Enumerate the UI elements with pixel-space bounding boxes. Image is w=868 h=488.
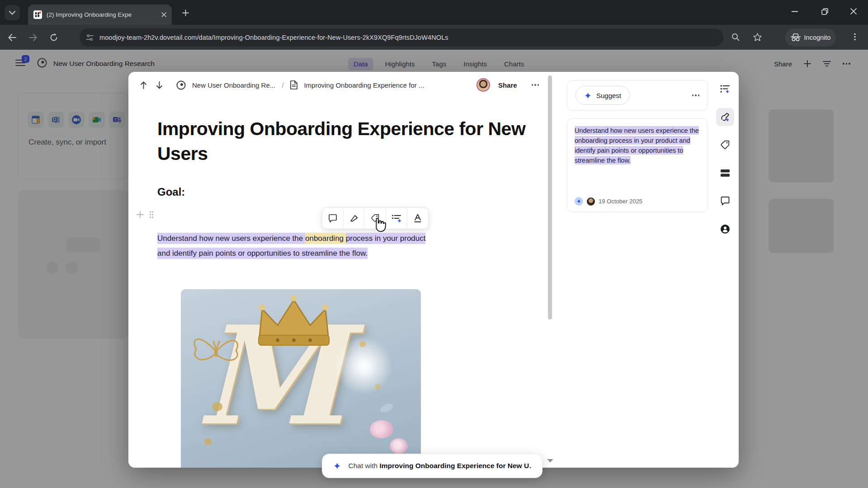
dovetail-favicon-icon	[33, 10, 42, 19]
apply-fields-button[interactable]	[386, 208, 407, 229]
new-tab-button[interactable]	[179, 6, 192, 19]
back-button[interactable]	[4, 29, 21, 46]
highlight-pen-button[interactable]	[716, 108, 734, 126]
chevron-down-icon	[9, 11, 15, 15]
document-image[interactable]: M	[181, 289, 421, 468]
paragraph-purple-highlight: Understand how new users experience the	[157, 233, 305, 244]
magnifier-icon	[731, 33, 740, 41]
close-window-button[interactable]	[839, 0, 868, 23]
suggest-button[interactable]: Suggest	[576, 86, 630, 105]
reload-button[interactable]	[45, 29, 62, 46]
plus-icon	[182, 9, 189, 16]
paragraph-yellow-highlight: onboarding	[305, 233, 346, 244]
goal-paragraph[interactable]: Understand how new users experience the …	[157, 231, 433, 261]
sparkle-icon	[333, 462, 341, 470]
incognito-badge: Incognito	[785, 28, 836, 47]
summary-button[interactable]	[716, 80, 734, 98]
incognito-icon	[791, 33, 801, 42]
breadcrumb-document[interactable]: Improving Onboarding Experience for ...	[304, 81, 424, 89]
fields-icon	[720, 169, 730, 177]
tab-search-button[interactable]	[5, 5, 20, 20]
leaf-graphic	[379, 402, 394, 414]
close-icon	[850, 8, 857, 14]
person-icon	[720, 224, 730, 234]
highlight-note-text: Understand how new users experience the …	[575, 125, 700, 165]
breadcrumb-project[interactable]: New User Onboarding Re...	[192, 81, 275, 89]
comment-icon	[328, 214, 337, 223]
project-icon[interactable]	[176, 80, 186, 90]
modal-icon-rail	[715, 80, 735, 238]
goal-heading[interactable]: Goal:	[157, 186, 185, 198]
note-date: 19 October 2025	[599, 198, 642, 205]
text-style-icon	[414, 214, 422, 223]
hand-cursor-icon	[371, 214, 387, 232]
highlighter-icon	[349, 214, 359, 223]
gold-speck	[375, 384, 381, 389]
suggest-label: Suggest	[596, 92, 621, 99]
comments-button[interactable]	[716, 192, 734, 210]
summary-sparkle-icon	[720, 84, 730, 94]
flower-graphic	[390, 438, 408, 454]
note-footer: 19 October 2025	[575, 197, 642, 206]
tags-button[interactable]	[716, 136, 734, 154]
browser-toolbar: moodjoy-team-2h2v.dovetail.com/data/Impr…	[0, 25, 868, 50]
scroll-down-chevron-icon[interactable]	[547, 459, 554, 463]
chat-label: Chat with Improving Onboarding Experienc…	[349, 462, 531, 470]
star-icon	[753, 33, 762, 41]
suggest-menu-button[interactable]	[692, 94, 700, 96]
url-bar[interactable]: moodjoy-team-2h2v.dovetail.com/data/Impr…	[80, 28, 723, 47]
breadcrumb-separator: /	[282, 81, 283, 89]
restore-button[interactable]	[810, 0, 839, 23]
forward-icon	[29, 34, 37, 41]
modal-share-button[interactable]: Share	[498, 81, 517, 89]
drag-handle-icon[interactable]	[149, 211, 154, 218]
flower-graphic	[370, 420, 393, 438]
gold-speck	[359, 341, 366, 347]
next-doc-arrow-icon[interactable]	[156, 81, 163, 89]
url-text: moodjoy-team-2h2v.dovetail.com/data/Impr…	[99, 34, 448, 41]
author-avatar	[587, 197, 595, 206]
text-style-button[interactable]	[407, 208, 428, 229]
sparkle-icon	[584, 92, 592, 99]
minimize-button[interactable]	[780, 0, 809, 23]
fields-sparkle-icon	[392, 214, 401, 223]
document-modal: New User Onboarding Re... / Improving On…	[128, 72, 739, 468]
chat-with-document-button[interactable]: Chat with Improving Onboarding Experienc…	[322, 454, 542, 478]
highlight-button[interactable]	[344, 208, 365, 229]
document-icon	[290, 80, 297, 89]
fields-button[interactable]	[716, 164, 734, 182]
screen: (2) Improving Onboarding Expe moodjoy-te…	[0, 0, 868, 488]
restore-icon	[821, 8, 828, 15]
browser-tab[interactable]: (2) Improving Onboarding Expe	[28, 5, 172, 25]
comment-icon	[720, 197, 730, 206]
document-title[interactable]: Improving Onboarding Experience for New …	[157, 117, 528, 166]
suggest-card: Suggest	[567, 80, 708, 111]
incognito-label: Incognito	[804, 34, 831, 41]
bookmark-button[interactable]	[749, 28, 766, 46]
people-button[interactable]	[716, 220, 734, 238]
document-scrollbar[interactable]	[548, 75, 552, 319]
crown-graphic	[249, 293, 339, 352]
browser-menu-button[interactable]	[846, 28, 863, 46]
forward-button[interactable]	[24, 29, 42, 46]
site-info-icon[interactable]	[86, 34, 94, 41]
reload-icon	[50, 33, 58, 42]
add-block-icon[interactable]	[137, 211, 144, 218]
back-icon	[8, 34, 16, 41]
minimize-icon	[792, 11, 798, 12]
user-avatar[interactable]	[476, 78, 490, 92]
modal-menu-button[interactable]	[532, 84, 539, 86]
tab-close-icon[interactable]	[161, 12, 166, 17]
gold-speck	[204, 438, 212, 445]
butterfly-graphic	[189, 324, 243, 374]
zoom-page-button[interactable]	[727, 28, 744, 46]
ai-badge-icon	[575, 197, 583, 206]
prev-doc-arrow-icon[interactable]	[140, 81, 147, 89]
tab-title: (2) Improving Onboarding Expe	[47, 11, 157, 18]
browser-tabstrip: (2) Improving Onboarding Expe	[0, 0, 868, 25]
gold-speck	[212, 402, 222, 411]
highlight-note-card[interactable]: Understand how new users experience the …	[567, 118, 708, 212]
tag-icon	[720, 140, 730, 150]
comment-button[interactable]	[322, 208, 344, 229]
highlight-pen-sparkle-icon	[720, 112, 730, 122]
